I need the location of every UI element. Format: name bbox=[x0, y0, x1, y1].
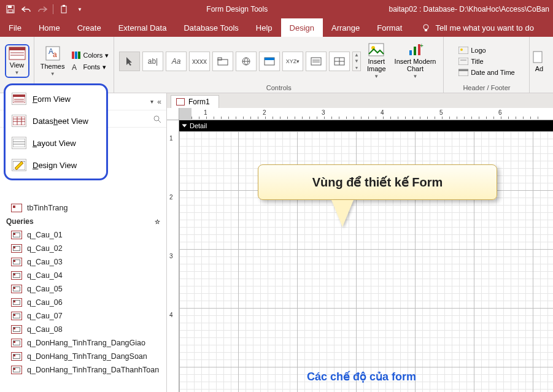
menu-item-design-view[interactable]: Design View bbox=[6, 154, 106, 176]
nav-filter-caret-icon[interactable]: ▾ bbox=[150, 98, 153, 105]
label-tool-icon[interactable]: Aa bbox=[166, 52, 187, 71]
ribbon-group-header-footer: Logo Title Date and Time Header / Footer bbox=[444, 37, 530, 93]
undo-icon[interactable] bbox=[21, 4, 32, 15]
fonts-icon: A bbox=[72, 63, 80, 71]
nav-collapse-icon[interactable]: « bbox=[157, 98, 161, 106]
ruler-corner[interactable] bbox=[167, 108, 179, 120]
combobox-tool-icon[interactable]: XYZ▾ bbox=[282, 52, 303, 71]
nav-query-item[interactable]: q_Cau_04 bbox=[0, 269, 166, 282]
nav-item-label: q_Cau_06 bbox=[27, 298, 63, 307]
gallery-scroll[interactable]: ▲▼▾ bbox=[352, 52, 361, 71]
insert-modern-chart-button[interactable]: + Insert Modern Chart▼ bbox=[392, 42, 439, 80]
nav-query-item[interactable]: q_Cau_08 bbox=[0, 323, 166, 336]
nav-query-item[interactable]: q_DonHang_TinhTrang_DangGiao bbox=[0, 336, 166, 350]
tell-me-box[interactable]: Tell me what you want to do bbox=[411, 23, 533, 33]
nav-query-item[interactable]: q_Cau_07 bbox=[0, 309, 166, 323]
add-existing-fields-button[interactable]: Ad bbox=[530, 49, 548, 74]
nav-query-item[interactable]: q_Cau_03 bbox=[0, 255, 166, 269]
nav-item-label: q_Cau_02 bbox=[27, 244, 63, 253]
horizontal-ruler[interactable]: 123456 bbox=[191, 108, 553, 120]
nav-query-item[interactable]: q_Cau_02 bbox=[0, 242, 166, 255]
layout-view-icon bbox=[12, 137, 26, 149]
select-tool-icon[interactable] bbox=[119, 52, 140, 71]
nav-item-label: q_DonHang_TinhTrang_DangGiao bbox=[27, 339, 145, 347]
section-expand-icon bbox=[182, 125, 187, 128]
svg-point-37 bbox=[460, 48, 463, 51]
nav-query-item[interactable]: q_DonHang_TinhTrang_DaThanhToan bbox=[0, 363, 166, 377]
insert-image-button[interactable]: Insert Image▼ bbox=[365, 42, 389, 80]
tab-file[interactable]: File bbox=[0, 18, 30, 37]
fonts-button[interactable]: A Fonts ▾ bbox=[71, 63, 110, 72]
logo-button[interactable]: Logo bbox=[457, 46, 487, 55]
menu-item-layout-view[interactable]: Layout View bbox=[6, 132, 106, 154]
view-dropdown-menu: Form View Datasheet View Layout View Des… bbox=[4, 83, 108, 180]
svg-rect-47 bbox=[13, 117, 25, 125]
detail-section-header[interactable]: Detail bbox=[179, 120, 553, 131]
query-icon bbox=[11, 244, 22, 253]
view-button-label: View bbox=[10, 61, 25, 69]
listbox-tool-icon[interactable] bbox=[306, 52, 327, 71]
tab-home[interactable]: Home bbox=[30, 18, 69, 37]
controls-gallery[interactable]: ab| Aa xxxx XYZ▾ ▲▼▾ bbox=[119, 52, 361, 71]
navigation-tool-icon[interactable] bbox=[259, 52, 280, 71]
title-button[interactable]: Title bbox=[457, 57, 484, 66]
hyperlink-tool-icon[interactable] bbox=[236, 52, 257, 71]
query-icon bbox=[11, 312, 22, 320]
nav-query-item[interactable]: q_DonHang_TinhTrang_DangSoan bbox=[0, 350, 166, 363]
svg-rect-23 bbox=[265, 58, 274, 60]
document-tab-label: Form1 bbox=[188, 98, 210, 106]
nav-item-label: tbTinhTrang bbox=[27, 204, 68, 212]
view-button[interactable]: View ▼ bbox=[5, 44, 29, 78]
query-icon bbox=[11, 231, 22, 239]
lightbulb-icon bbox=[422, 23, 430, 32]
svg-rect-36 bbox=[458, 47, 468, 54]
tab-external-data[interactable]: External Data bbox=[110, 18, 176, 37]
subform-tool-icon[interactable] bbox=[329, 52, 350, 71]
nav-group-queries[interactable]: Queries ☆ bbox=[0, 215, 166, 228]
colors-button[interactable]: Colors ▾ bbox=[71, 51, 110, 60]
button-tool-icon[interactable]: xxxx bbox=[189, 52, 210, 71]
tab-design[interactable]: Design bbox=[281, 18, 323, 37]
ruler-number: 2 bbox=[263, 109, 266, 116]
tab-help[interactable]: Help bbox=[247, 18, 281, 37]
menu-item-label: Datasheet View bbox=[33, 117, 88, 126]
svg-rect-15 bbox=[75, 52, 77, 59]
tab-format[interactable]: Format bbox=[368, 18, 411, 37]
vertical-ruler[interactable]: 1234 bbox=[167, 120, 179, 392]
query-icon bbox=[11, 325, 22, 334]
svg-rect-24 bbox=[311, 58, 321, 65]
tab-database-tools[interactable]: Database Tools bbox=[175, 18, 247, 37]
svg-rect-52 bbox=[13, 139, 25, 147]
colors-icon bbox=[72, 52, 80, 59]
nav-item-label: q_Cau_03 bbox=[27, 258, 63, 266]
textbox-tool-icon[interactable]: ab| bbox=[142, 52, 163, 71]
themes-button[interactable]: Aa Themes ▼ bbox=[38, 44, 68, 78]
form-design-surface[interactable]: Detail bbox=[179, 120, 553, 392]
nav-query-item[interactable]: q_Cau_01 bbox=[0, 228, 166, 242]
menu-item-datasheet-view[interactable]: Datasheet View bbox=[6, 110, 106, 132]
svg-text:+: + bbox=[420, 43, 423, 49]
menu-item-form-view[interactable]: Form View bbox=[6, 88, 106, 110]
nav-query-item[interactable]: q_Cau_05 bbox=[0, 282, 166, 296]
tab-create[interactable]: Create bbox=[69, 18, 110, 37]
nav-query-item[interactable]: q_Cau_06 bbox=[0, 296, 166, 309]
ruler-number: 2 bbox=[169, 194, 173, 201]
svg-rect-3 bbox=[61, 6, 66, 13]
save-icon[interactable] bbox=[5, 4, 16, 15]
date-time-button[interactable]: Date and Time bbox=[457, 68, 516, 77]
tab-control-tool-icon[interactable] bbox=[212, 52, 233, 71]
svg-rect-33 bbox=[414, 47, 416, 55]
document-tab-form1[interactable]: Form1 bbox=[171, 95, 219, 108]
nav-table-item[interactable]: tbTinhTrang bbox=[0, 201, 166, 215]
query-icon bbox=[11, 285, 22, 293]
image-icon bbox=[368, 43, 384, 56]
query-icon bbox=[11, 298, 22, 307]
title-bar: ▼ Form Design Tools baitap02 : Database-… bbox=[0, 0, 553, 18]
paste-icon[interactable] bbox=[58, 4, 69, 15]
design-view-icon bbox=[12, 159, 26, 171]
redo-icon[interactable] bbox=[37, 4, 48, 15]
callout-tail-icon bbox=[331, 200, 354, 227]
tab-arrange[interactable]: Arrange bbox=[323, 18, 368, 37]
svg-rect-8 bbox=[9, 47, 25, 50]
qat-customize-icon[interactable]: ▼ bbox=[74, 4, 85, 15]
